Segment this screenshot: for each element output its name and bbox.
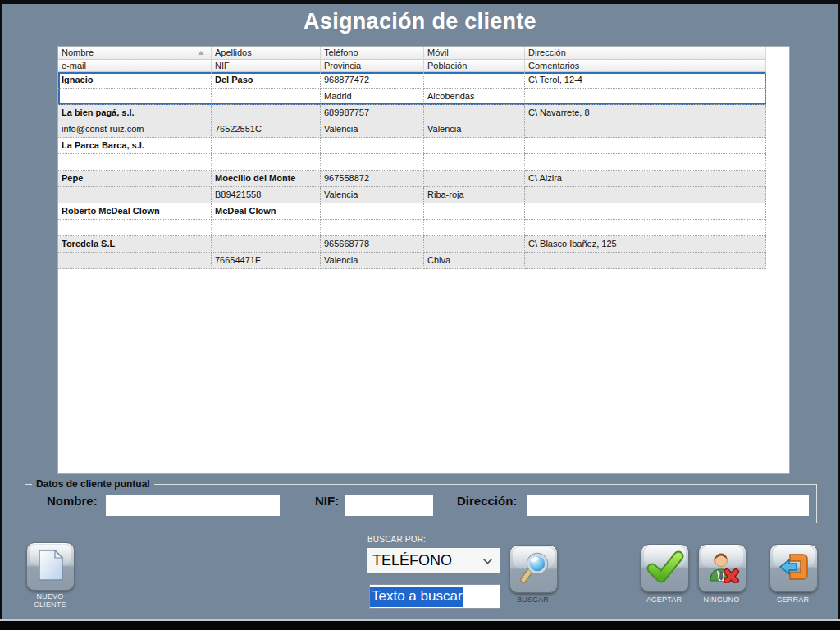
column-header[interactable]: Dirección (525, 47, 766, 60)
direccion-input[interactable] (527, 495, 809, 516)
table-row[interactable]: 76654471FValenciaChiva (58, 253, 766, 269)
grid-cell[interactable] (58, 253, 212, 269)
client-grid-header: NombreApellidosTeléfonoMóvilDireccióne-m… (58, 47, 789, 72)
grid-cell[interactable]: Chiva (424, 253, 525, 269)
grid-cell[interactable]: Moecillo del Monte (212, 171, 321, 187)
grid-cell[interactable]: 76654471F (212, 253, 321, 269)
table-row[interactable]: La Parca Barca, s.l. (58, 138, 766, 154)
search-text-input[interactable]: Texto a buscar (369, 584, 500, 609)
ninguno-button[interactable] (698, 544, 746, 592)
grid-cell[interactable] (525, 220, 766, 236)
grid-cell[interactable]: Toredela S.L (58, 236, 212, 253)
grid-cell[interactable]: Valencia (321, 253, 424, 269)
grid-cell[interactable]: 76522551C (212, 121, 321, 138)
grid-cell[interactable] (58, 154, 212, 171)
table-row[interactable]: B89421558ValenciaRiba-roja (58, 187, 766, 203)
grid-cell[interactable] (212, 236, 321, 253)
client-record[interactable]: PepeMoecillo del Monte967558872C\ Alzira… (58, 171, 766, 203)
client-record[interactable]: La bien pagá, s.l.689987757C\ Navarrete,… (58, 105, 766, 138)
grid-cell[interactable] (525, 138, 766, 154)
column-header[interactable]: Nombre (58, 47, 212, 60)
grid-cell[interactable]: La bien pagá, s.l. (58, 105, 212, 121)
grid-cell[interactable]: Valencia (424, 121, 525, 138)
client-record[interactable]: Toredela S.L965668778C\ Blasco Ibañez, 1… (58, 236, 766, 269)
grid-cell[interactable] (424, 72, 525, 89)
table-row[interactable]: Toredela S.L965668778C\ Blasco Ibañez, 1… (58, 236, 766, 253)
grid-cell[interactable]: Valencia (321, 121, 424, 138)
grid-cell[interactable]: Pepe (58, 171, 212, 187)
grid-cell[interactable] (321, 138, 424, 154)
grid-cell[interactable]: Ignacio (58, 72, 212, 89)
grid-cell[interactable] (212, 220, 321, 236)
grid-cell[interactable] (212, 154, 321, 171)
grid-cell[interactable]: 965668778 (321, 236, 424, 253)
column-header[interactable]: Teléfono (321, 47, 424, 60)
grid-cell[interactable] (212, 138, 321, 154)
column-header[interactable]: NIF (212, 60, 321, 72)
table-row[interactable]: MadridAlcobendas (58, 89, 766, 105)
grid-cell[interactable] (525, 253, 766, 269)
grid-cell[interactable] (212, 105, 321, 121)
grid-cell[interactable]: 968877472 (321, 72, 424, 89)
grid-cell[interactable] (424, 105, 525, 121)
nombre-input[interactable] (106, 495, 280, 516)
grid-cell[interactable]: C\ Alzira (525, 171, 766, 187)
grid-cell[interactable]: Madrid (321, 89, 424, 105)
grid-cell[interactable]: Roberto McDeal Clown (58, 203, 212, 220)
grid-cell[interactable] (424, 236, 525, 253)
nif-input[interactable] (345, 495, 433, 516)
table-row[interactable] (58, 154, 766, 171)
table-row[interactable]: info@const-ruiz.com76522551CValenciaVale… (58, 121, 766, 138)
nuevo-cliente-button[interactable] (26, 542, 75, 591)
grid-cell[interactable] (525, 89, 766, 105)
grid-cell[interactable]: Alcobendas (424, 89, 525, 105)
grid-cell[interactable] (58, 89, 212, 105)
grid-cell[interactable]: info@const-ruiz.com (58, 121, 212, 138)
client-record[interactable]: IgnacioDel Paso968877472C\ Terol, 12-4Ma… (58, 72, 766, 105)
grid-cell[interactable] (321, 203, 424, 220)
column-header[interactable]: Población (424, 60, 525, 72)
grid-cell[interactable]: C\ Terol, 12-4 (525, 72, 766, 89)
aceptar-button[interactable] (641, 544, 689, 592)
column-header[interactable]: Móvil (424, 47, 525, 60)
column-header[interactable]: Comentarios (525, 60, 766, 72)
grid-cell[interactable]: 967558872 (321, 171, 424, 187)
table-row[interactable]: Roberto McDeal ClownMcDeal Clown (58, 203, 766, 220)
grid-cell[interactable] (321, 220, 424, 236)
grid-cell[interactable] (424, 154, 525, 171)
column-header[interactable]: Apellidos (212, 47, 321, 60)
table-row[interactable]: IgnacioDel Paso968877472C\ Terol, 12-4 (58, 72, 766, 89)
grid-cell[interactable] (58, 187, 212, 203)
column-header[interactable]: Provincia (321, 60, 424, 72)
grid-cell[interactable]: Del Paso (212, 72, 321, 89)
grid-cell[interactable] (525, 187, 766, 203)
cerrar-button[interactable] (769, 544, 818, 592)
grid-cell[interactable] (424, 138, 525, 154)
client-record[interactable]: La Parca Barca, s.l. (58, 138, 766, 171)
grid-cell[interactable]: C\ Navarrete, 8 (525, 105, 766, 121)
grid-cell[interactable]: La Parca Barca, s.l. (58, 138, 212, 154)
grid-cell[interactable]: 689987757 (321, 105, 424, 121)
grid-cell[interactable] (212, 89, 321, 105)
grid-cell[interactable]: Riba-roja (424, 187, 525, 203)
client-record[interactable]: Roberto McDeal ClownMcDeal Clown (58, 203, 766, 236)
column-header[interactable]: e-mail (58, 60, 212, 72)
grid-cell[interactable] (525, 121, 766, 138)
grid-cell[interactable] (424, 171, 525, 187)
buscar-por-label: BUSCAR POR: (368, 535, 426, 544)
table-row[interactable]: PepeMoecillo del Monte967558872C\ Alzira (58, 171, 766, 187)
grid-cell[interactable] (58, 220, 212, 236)
grid-cell[interactable]: B89421558 (212, 187, 321, 203)
buscar-por-select[interactable]: TELÉFONO (367, 547, 500, 574)
grid-cell[interactable] (525, 203, 766, 220)
grid-cell[interactable] (424, 220, 525, 236)
grid-cell[interactable] (424, 203, 525, 220)
table-row[interactable] (58, 220, 766, 236)
table-row[interactable]: La bien pagá, s.l.689987757C\ Navarrete,… (58, 105, 766, 121)
grid-cell[interactable]: Valencia (321, 187, 424, 203)
grid-cell[interactable]: C\ Blasco Ibañez, 125 (525, 236, 766, 253)
grid-cell[interactable]: McDeal Clown (212, 203, 321, 220)
grid-cell[interactable] (525, 154, 766, 171)
grid-cell[interactable] (321, 154, 424, 171)
buscar-button[interactable] (509, 545, 558, 593)
